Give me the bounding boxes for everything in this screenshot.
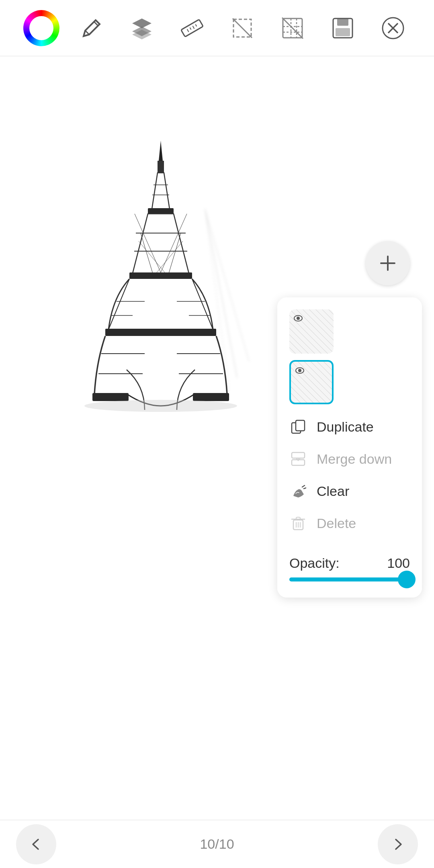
svg-rect-51 (92, 393, 129, 401)
svg-rect-26 (158, 161, 164, 173)
clear-label: Clear (317, 483, 349, 499)
svg-marker-27 (152, 173, 170, 209)
svg-point-63 (298, 369, 301, 372)
svg-line-45 (192, 279, 213, 330)
svg-line-4 (187, 29, 188, 32)
svg-line-6 (192, 26, 194, 29)
layer-thumbnail-2[interactable] (289, 360, 334, 404)
svg-line-37 (169, 233, 181, 273)
opacity-value: 100 (387, 555, 410, 571)
svg-point-53 (84, 400, 237, 412)
svg-line-69 (304, 488, 306, 489)
save-button[interactable] (325, 10, 361, 46)
toolbar (0, 0, 434, 56)
layer-item-1[interactable] (289, 309, 410, 354)
opacity-slider-fill (289, 577, 410, 581)
svg-rect-46 (105, 329, 216, 336)
svg-rect-3 (181, 19, 203, 37)
merge-down-icon (289, 450, 307, 468)
svg-line-15 (282, 18, 303, 39)
add-layer-button[interactable] (366, 241, 410, 285)
svg-rect-18 (336, 28, 350, 36)
svg-rect-17 (337, 18, 348, 26)
next-page-button[interactable] (378, 824, 418, 864)
svg-line-23 (205, 209, 249, 362)
opacity-slider-thumb[interactable] (398, 571, 416, 588)
duplicate-label: Duplicate (317, 419, 374, 435)
eiffel-tower-image (64, 129, 257, 442)
opacity-label: Opacity: (289, 555, 340, 571)
opacity-slider[interactable] (289, 577, 410, 581)
merge-down-label: Merge down (317, 451, 392, 467)
svg-marker-31 (133, 214, 189, 273)
svg-line-54 (135, 214, 161, 272)
clear-layer-button[interactable]: Clear (289, 475, 410, 507)
bottom-nav: 10/10 (0, 820, 434, 868)
svg-rect-66 (292, 452, 305, 458)
svg-line-5 (190, 27, 191, 29)
svg-rect-30 (148, 208, 174, 214)
layers-panel: Duplicate Merge down (277, 297, 422, 598)
delete-icon (289, 514, 307, 532)
svg-rect-52 (193, 393, 229, 401)
svg-line-24 (205, 209, 229, 390)
selection-tool-button[interactable] (224, 10, 260, 46)
svg-rect-38 (129, 272, 192, 279)
layer-item-2[interactable] (289, 360, 410, 404)
delete-layer-button[interactable]: Delete (289, 507, 410, 539)
svg-line-68 (302, 485, 305, 487)
svg-line-44 (108, 279, 129, 330)
duplicate-layer-button[interactable]: Duplicate (289, 411, 410, 443)
close-button[interactable] (375, 10, 411, 46)
svg-line-7 (195, 24, 197, 26)
color-wheel-button[interactable] (23, 10, 59, 46)
svg-line-36 (141, 233, 153, 273)
layer-context-menu: Duplicate Merge down (289, 411, 410, 581)
clear-icon (289, 482, 307, 500)
layer-thumbnail-1[interactable] (289, 309, 334, 354)
prev-page-button[interactable] (16, 824, 56, 864)
svg-point-61 (297, 317, 300, 320)
page-indicator: 10/10 (200, 836, 234, 852)
svg-line-57 (157, 241, 183, 272)
svg-line-55 (161, 214, 187, 272)
delete-label: Delete (317, 516, 356, 531)
layer-eye-icon-1[interactable] (292, 312, 305, 325)
svg-line-9 (233, 18, 252, 38)
layers-tool-button[interactable] (124, 10, 160, 46)
layer-eye-icon-2[interactable] (293, 364, 306, 377)
svg-marker-25 (159, 141, 163, 161)
grid-tool-button[interactable] (274, 10, 311, 46)
ruler-tool-button[interactable] (174, 10, 210, 46)
svg-rect-65 (296, 420, 305, 431)
svg-line-34 (133, 214, 148, 273)
opacity-section: Opacity: 100 (289, 547, 410, 581)
merge-down-button[interactable]: Merge down (289, 443, 410, 475)
pencil-tool-button[interactable] (74, 10, 110, 46)
svg-line-35 (174, 214, 189, 273)
duplicate-icon (289, 418, 307, 436)
